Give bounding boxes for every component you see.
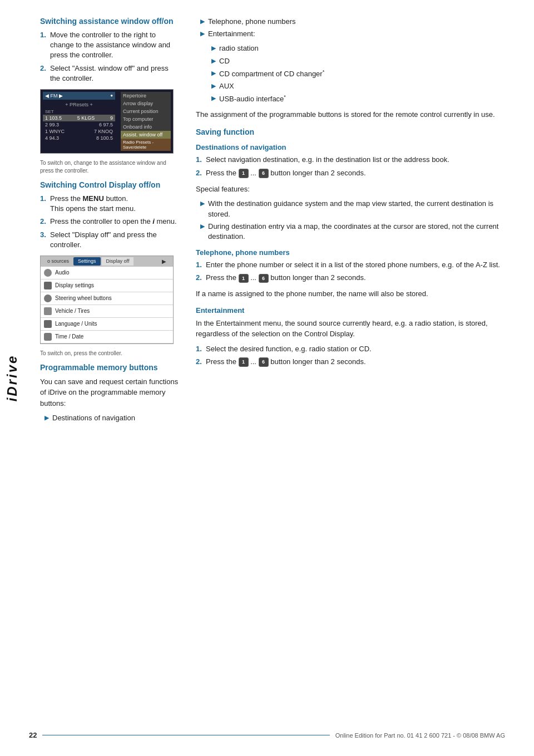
bullet-cd: ▶ CD: [207, 56, 517, 66]
section-heading-programmable: Programmable memory buttons: [40, 363, 179, 372]
menu-bold: MENU: [83, 194, 104, 203]
arrow-icon-usb: ▶: [211, 94, 216, 105]
special-features-list: ▶ With the destination guidance system a…: [196, 199, 517, 242]
bullet-destinations: ▶ Destinations of navigation: [40, 413, 179, 423]
arrow-icon-sf2: ▶: [200, 222, 205, 242]
arrow-icon-aux: ▶: [211, 82, 216, 91]
arrow-icon-sf1: ▶: [200, 199, 205, 219]
entertainment-intro: In the Entertainment menu, the sound sou…: [196, 318, 517, 340]
steering-icon: [44, 294, 52, 302]
section-saving-function: Saving function Destinations of navigati…: [196, 127, 517, 242]
entertainment-step-1: 1. Select the desired function, e.g. rad…: [196, 344, 517, 354]
assistance-steps-list: 1. Move the controller to the right to c…: [40, 30, 179, 84]
assignment-note: The assignment of the programmable butto…: [196, 109, 517, 120]
destinations-steps-list: 1. Select navigation destination, e.g. i…: [196, 155, 517, 178]
telephone-step-1: 1. Enter the phone number or select it i…: [196, 260, 517, 270]
bullet-entertainment: ▶ Entertainment:: [196, 29, 517, 39]
left-column: Switching assistance window off/on 1. Mo…: [40, 17, 190, 745]
arrow-icon-telephone: ▶: [200, 17, 205, 27]
destinations-step-1: 1. Select navigation destination, e.g. i…: [196, 155, 517, 165]
bullet-telephone: ▶ Telephone, phone numbers: [196, 17, 517, 27]
assistance-screen-caption: To switch on, change to the assistance w…: [40, 159, 179, 175]
entertainment-sub-bullets: ▶ radio station ▶ CD ▶ CD compartment of…: [196, 43, 517, 105]
entertainment-steps-list: 1. Select the desired function, e.g. rad…: [196, 344, 517, 367]
footer-text: Online Edition for Part no. 01 41 2 600 …: [335, 732, 505, 739]
section-heading-display: Switching Control Display off/on: [40, 180, 179, 189]
tab-display-off: Display off: [102, 257, 134, 266]
display-screen-caption: To switch on, press the controller.: [40, 350, 179, 357]
section-telephone: Telephone, phone numbers 1. Enter the ph…: [196, 248, 517, 300]
arrow-icon-radio: ▶: [211, 44, 216, 53]
assistance-step-1: 1. Move the controller to the right to c…: [40, 30, 179, 61]
section-switching-display: Switching Control Display off/on 1. Pres…: [40, 180, 179, 357]
entertainment-step-2: 2. Press the 1 ... 6 button longer than …: [196, 357, 517, 367]
idrive-label: iDrive: [4, 355, 20, 402]
page-container: iDrive Switching assistance window off/o…: [0, 0, 534, 756]
programmable-bullets: ▶ Destinations of navigation: [40, 413, 179, 423]
arrow-icon-entertainment: ▶: [200, 30, 205, 39]
arrow-icon: ▶: [44, 414, 49, 423]
section-switching-assistance: Switching assistance window off/on 1. Mo…: [40, 17, 179, 175]
footer-line: [42, 735, 329, 735]
section-heading-assistance: Switching assistance window off/on: [40, 17, 179, 26]
tab-arrow: ▶: [157, 257, 171, 266]
settings-screen-image: o sources Settings Display off ▶ Audio: [40, 256, 179, 344]
telephone-step-2: 2. Press the 1 ... 6 button longer than …: [196, 273, 517, 283]
continued-bullets: ▶ Telephone, phone numbers ▶ Entertainme…: [196, 17, 517, 39]
main-content: Switching assistance window off/on 1. Mo…: [29, 0, 534, 756]
destinations-heading: Destinations of navigation: [196, 143, 517, 151]
telephone-heading: Telephone, phone numbers: [196, 248, 517, 257]
special-feature-1: ▶ With the destination guidance system a…: [196, 199, 517, 219]
ent-button-6: 6: [259, 357, 269, 367]
saving-function-heading: Saving function: [196, 127, 517, 136]
menu-time: Time / Date: [41, 331, 173, 343]
radio-screen-image: ◀ FM ▶ ● + PResets + SET 1 103.55 KLGS9: [40, 89, 179, 154]
menu-display-settings: Display settings: [41, 279, 173, 292]
tel-button-1: 1: [239, 274, 249, 283]
bullet-aux: ▶ AUX: [207, 81, 517, 91]
page-number: 22: [29, 731, 37, 739]
special-features-label: Special features:: [196, 184, 517, 195]
display-step-3: 3. Select "Display off" and press the co…: [40, 230, 179, 250]
right-column: ▶ Telephone, phone numbers ▶ Entertainme…: [190, 17, 517, 745]
section-entertainment: Entertainment In the Entertainment menu,…: [196, 306, 517, 367]
menu-language: Language / Units: [41, 318, 173, 331]
destinations-step-2: 2. Press the 1 ... 6 button longer than …: [196, 168, 517, 178]
menu-steering: Steering wheel buttons: [41, 292, 173, 305]
bullet-radio: ▶ radio station: [207, 43, 517, 53]
settings-screen: o sources Settings Display off ▶ Audio: [40, 256, 174, 344]
tab-sources: o sources: [43, 257, 73, 266]
menu-vehicle: Vehicle / Tires: [41, 305, 173, 318]
entertainment-heading: Entertainment: [196, 306, 517, 315]
programmable-intro: You can save and request certain functio…: [40, 376, 179, 409]
page-footer: 22 Online Edition for Part no. 01 41 2 6…: [0, 731, 534, 739]
button-6: 6: [259, 169, 269, 178]
special-feature-2: ▶ During destination entry via a map, th…: [196, 222, 517, 242]
time-icon: [44, 333, 52, 341]
arrow-icon-cd-changer: ▶: [211, 69, 216, 80]
menu-audio: Audio: [41, 267, 173, 279]
vehicle-icon: [44, 307, 52, 315]
sidebar: iDrive: [0, 0, 29, 756]
audio-icon: [44, 269, 52, 277]
display-step-2: 2. Press the controller to open the i me…: [40, 217, 179, 227]
tab-settings: Settings: [73, 257, 101, 266]
section-programmable: Programmable memory buttons You can save…: [40, 363, 179, 424]
tel-button-6: 6: [259, 274, 269, 283]
display-steps-list: 1. Press the MENU button.This opens the …: [40, 194, 179, 250]
arrow-icon-cd: ▶: [211, 57, 216, 66]
ent-button-1: 1: [239, 357, 249, 367]
language-icon: [44, 320, 52, 328]
display-step-1: 1. Press the MENU button.This opens the …: [40, 194, 179, 214]
bullet-usb: ▶ USB-audio interface*: [207, 94, 517, 105]
telephone-steps-list: 1. Enter the phone number or select it i…: [196, 260, 517, 283]
assistance-step-2: 2. Select "Assist. window off" and press…: [40, 63, 179, 84]
radio-screen: ◀ FM ▶ ● + PResets + SET 1 103.55 KLGS9: [40, 89, 174, 154]
telephone-note: If a name is assigned to the phone numbe…: [196, 288, 517, 300]
bullet-cd-changer: ▶ CD compartment of CD changer*: [207, 68, 517, 80]
display-settings-icon: [44, 282, 52, 289]
button-1: 1: [239, 169, 249, 178]
